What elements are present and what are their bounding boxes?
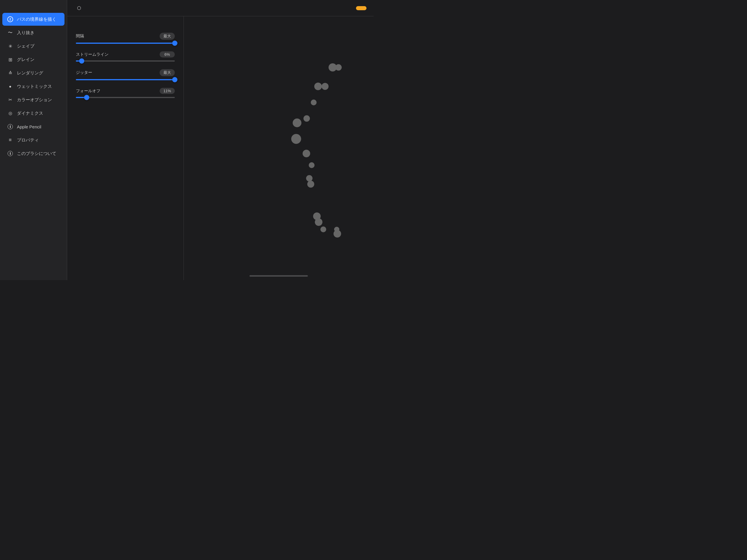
slider-row-jitter: ジッター最大 (76, 69, 175, 80)
rendering-icon: ≙ (7, 70, 14, 76)
canvas-dot (314, 83, 322, 90)
canvas-dot (334, 230, 341, 237)
slider-row-falloff: フォールオフ11% (76, 88, 175, 98)
canvas-dot (311, 100, 317, 105)
slider-row-spacing: 間隔最大 (76, 33, 175, 44)
content-area: 間隔最大ストリームライン6%ジッター最大フォールオフ11% (67, 16, 374, 280)
canvas-dot (320, 226, 326, 232)
apple-pencil-icon: ℹ (7, 123, 14, 130)
canvas-dot (293, 119, 302, 127)
slider-label-spacing: 間隔 (76, 33, 84, 39)
slider-label-streamline: ストリームライン (76, 52, 108, 57)
slider-value-jitter: 最大 (160, 69, 175, 76)
slider-value-falloff: 11% (160, 88, 175, 94)
slider-thumb-streamline[interactable] (79, 58, 84, 63)
slider-thumb-jitter[interactable] (172, 77, 177, 82)
sidebar: 2パスの境界線を描く〜入り抜き✳シェイプ⊞グレイン≙レンダリング●ウェットミック… (0, 0, 67, 280)
sidebar-item-properties[interactable]: ≡プロパティ (2, 134, 65, 147)
canvas-dot (303, 150, 310, 157)
sidebar-item-stroke-path[interactable]: 2パスの境界線を描く (2, 13, 65, 26)
color-options-icon: ✂ (7, 97, 14, 103)
slider-row-streamline: ストリームライン6% (76, 51, 175, 61)
canvas-dot (291, 134, 301, 144)
scrollbar[interactable] (250, 275, 308, 277)
taper-icon: 〜 (7, 29, 14, 36)
sidebar-item-label: ダイナミクス (17, 110, 43, 116)
slider-track-falloff[interactable] (76, 97, 175, 98)
slider-label-jitter: ジッター (76, 70, 92, 75)
sidebar-item-label: プロパティ (17, 137, 39, 143)
sidebar-item-wet-mix[interactable]: ●ウェットミックス (2, 80, 65, 93)
sidebar-item-taper[interactable]: 〜入り抜き (2, 26, 65, 39)
slider-value-spacing: 最大 (160, 33, 175, 40)
sidebar-item-label: ウェットミックス (17, 84, 52, 89)
slider-label-falloff: フォールオフ (76, 88, 100, 94)
shape-icon: ✳ (7, 43, 14, 49)
sidebar-item-label: 入り抜き (17, 30, 34, 35)
slider-track-jitter[interactable] (76, 79, 175, 80)
canvas-dot (304, 115, 310, 122)
about-icon: ℹ (7, 150, 14, 157)
slider-track-streamline[interactable] (76, 60, 175, 61)
done-button[interactable] (356, 6, 366, 10)
sidebar-item-rendering[interactable]: ≙レンダリング (2, 67, 65, 79)
canvas-dot (315, 218, 323, 226)
main-content: ⬡ 間隔最大ストリームライン6%ジッター最大フォールオフ11% (67, 0, 374, 280)
wet-mix-icon: ● (7, 83, 14, 90)
sidebar-item-label: シェイプ (17, 44, 34, 49)
sidebar-item-label: レンダリング (17, 70, 43, 76)
cancel-button[interactable] (344, 6, 353, 10)
sidebar-item-label: パスの境界線を描く (17, 17, 56, 22)
app-title (0, 5, 67, 13)
sidebar-item-color-options[interactable]: ✂カラーオプション (2, 93, 65, 106)
canvas-dot (307, 181, 314, 188)
sidebar-item-apple-pencil[interactable]: ℹApple Pencil (2, 120, 65, 133)
slider-fill-spacing (76, 43, 175, 44)
canvas-dot (321, 83, 329, 90)
grain-icon: ⊞ (7, 56, 14, 63)
sidebar-item-shape[interactable]: ✳シェイプ (2, 40, 65, 53)
stroke-path-icon: 2 (7, 16, 14, 23)
sidebar-item-grain[interactable]: ⊞グレイン (2, 53, 65, 66)
slider-value-streamline: 6% (160, 51, 175, 57)
drawing-pad-button[interactable]: ⬡ (74, 3, 86, 12)
drawing-pad-icon: ⬡ (77, 5, 81, 11)
sidebar-item-label: Apple Pencil (17, 124, 41, 129)
slider-track-spacing[interactable] (76, 43, 175, 44)
sidebar-item-dynamics[interactable]: ◎ダイナミクス (2, 107, 65, 120)
slider-thumb-falloff[interactable] (84, 95, 89, 100)
top-bar: ⬡ (67, 0, 374, 16)
sidebar-item-label: このブラシについて (17, 151, 56, 156)
slider-thumb-spacing[interactable] (172, 41, 177, 46)
canvas-dot (309, 162, 314, 168)
top-bar-actions (344, 6, 366, 10)
canvas-area[interactable] (184, 16, 374, 280)
canvas-dot (335, 64, 342, 71)
sidebar-item-about[interactable]: ℹこのブラシについて (2, 147, 65, 160)
sidebar-item-label: カラーオプション (17, 97, 52, 103)
sidebar-item-label: グレイン (17, 57, 34, 62)
slider-fill-jitter (76, 79, 175, 80)
dynamics-icon: ◎ (7, 110, 14, 117)
properties-icon: ≡ (7, 137, 14, 143)
properties-panel: 間隔最大ストリームライン6%ジッター最大フォールオフ11% (67, 16, 184, 280)
